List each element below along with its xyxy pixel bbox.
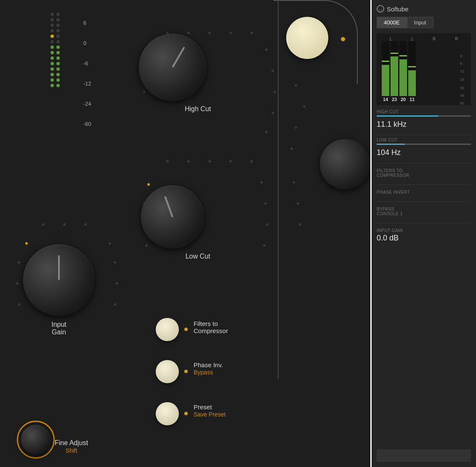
lowcut-info: LOW CUT 104 Hz (377, 138, 471, 157)
logo-icon: ◡ (377, 5, 384, 13)
scale-labels: 6 0 -6 -12 -24 -60 (83, 13, 91, 134)
scale-neg24: -24 (83, 93, 91, 114)
meter-scale: 0 6 12 24 36 48 60 (460, 52, 464, 107)
scale-0: 0 (460, 52, 464, 60)
lowcut-info-bar[interactable] (377, 144, 471, 145)
lowcut-info-value: 104 Hz (377, 148, 471, 157)
sep-5 (377, 223, 471, 223)
phase-info-label: PHASE INVERT (377, 190, 471, 195)
tab-4000e[interactable]: 4000E (377, 17, 407, 28)
brand-name: Softube (387, 5, 409, 13)
lowcut-bar-fill (377, 144, 405, 145)
phase-inv-dot (184, 370, 188, 373)
fineadjust-label: Fine Adjust Shift (55, 439, 88, 454)
scale-neg12: -12 (83, 73, 91, 93)
phase-inv-button[interactable] (156, 360, 179, 383)
vertical-divider (278, 0, 279, 379)
inputgain-info-label: INPUT GAIN (377, 228, 471, 233)
scale-6: 6 (83, 13, 91, 33)
filters-compressor-button[interactable] (156, 318, 179, 341)
right-partial-knob[interactable] (320, 139, 370, 189)
filters-info: FILTERS TO COMPRESSOR (377, 168, 471, 179)
meter-bar-2: 20 (399, 41, 407, 102)
scale-6: 6 (460, 60, 464, 67)
scale-0: 0 (83, 33, 91, 53)
meter-val-0: 14 (383, 97, 388, 102)
highcut-info-bar[interactable] (377, 115, 471, 117)
meter-bar-0: 14 (382, 41, 389, 102)
sep-3 (377, 184, 471, 185)
scale-36: 36 (460, 84, 464, 92)
tab-input[interactable]: Input (407, 17, 433, 28)
side-panel: ◡ Softube 4000E Input L L R R 14 (370, 0, 476, 467)
phase-info: PHASE INVERT (377, 190, 471, 195)
meter-channel-labels: L L R R (380, 37, 468, 41)
filters-compressor-dot (184, 328, 188, 331)
scale-48: 48 (460, 92, 464, 99)
highcut-bar-fill (377, 115, 438, 117)
preset-label: Preset Save Preset (194, 403, 226, 418)
meter-val-1: 23 (392, 97, 397, 102)
sep-4 (377, 201, 471, 202)
ch-R2: R (455, 37, 458, 41)
lowcut-knob[interactable] (141, 185, 204, 248)
phase-inv-label: Phase Inv. Bypass (194, 361, 223, 376)
meter-bar-3: 11 (408, 41, 416, 102)
scale-12: 12 (460, 67, 464, 75)
scrollbar[interactable] (377, 449, 471, 462)
lowcut-info-label: LOW CUT (377, 138, 471, 142)
inputgain-label: Input Gain (32, 321, 86, 336)
meter-bar-1: 23 (391, 41, 398, 102)
highcut-info: HIGH CUT 11.1 kHz (377, 109, 471, 129)
highcut-info-label: HIGH CUT (377, 109, 471, 114)
sep-2 (377, 163, 471, 163)
side-tabs: 4000E Input (377, 17, 471, 28)
scale-neg6: -6 (83, 53, 91, 73)
large-circle-button[interactable] (286, 17, 328, 59)
filters-info-label: FILTERS TO COMPRESSOR (377, 168, 471, 178)
ch-R1: R (433, 37, 436, 41)
highcut-knob[interactable] (139, 34, 206, 101)
scale-neg60: -60 (83, 114, 91, 134)
indicator-dot-top (341, 37, 345, 41)
scale-24: 24 (460, 75, 464, 84)
meter-bars: 14 23 20 (380, 43, 417, 102)
lowcut-label: Low Cut (164, 253, 231, 260)
bypass-info: BYPASS CONSOLE 1 (377, 207, 471, 217)
meter-val-3: 11 (410, 97, 415, 102)
softube-logo: ◡ Softube (377, 5, 471, 13)
ch-L2: L (411, 37, 414, 41)
fineadjust-knob[interactable] (21, 425, 51, 454)
filters-compressor-label: Filters to Compressor (194, 320, 228, 334)
main-panel: 6 0 -6 -12 -24 -60 High Cut Low Cut (0, 0, 370, 467)
vu-meter-dots (51, 13, 60, 87)
meter-container: L L R R 14 23 (377, 33, 471, 105)
preset-button[interactable] (156, 402, 179, 425)
meter-val-2: 20 (401, 97, 406, 102)
highcut-label: High Cut (164, 105, 231, 113)
ch-L1: L (390, 37, 392, 41)
highcut-info-value: 11.1 kHz (377, 120, 471, 129)
inputgain-info-value: 0.0 dB (377, 234, 471, 243)
bypass-info-label: BYPASS CONSOLE 1 (377, 207, 471, 216)
inputgain-knob[interactable] (23, 244, 95, 316)
inputgain-info: INPUT GAIN 0.0 dB (377, 228, 471, 243)
sep-1 (377, 135, 471, 135)
scale-60: 60 (460, 99, 464, 107)
preset-dot (184, 412, 188, 415)
